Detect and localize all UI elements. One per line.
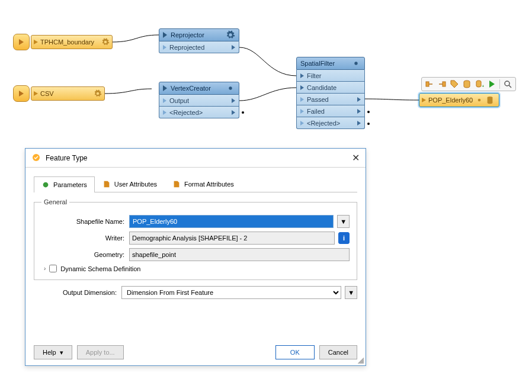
geometry-select[interactable]: shapefile_point [129, 248, 350, 261]
transformer-title: SpatialFilter [300, 60, 335, 67]
tag-icon[interactable] [450, 79, 459, 89]
port-rejected[interactable]: <Rejected> [159, 107, 239, 118]
transformer-vertexcreator[interactable]: VertexCreator Output <Rejected> [159, 82, 239, 118]
tab-parameters[interactable]: Parameters [34, 176, 95, 192]
chevron-right-icon: › [44, 265, 46, 272]
port-output[interactable]: Output [159, 95, 239, 107]
writer-select[interactable]: Demographic Analysis [SHAPEFILE] - 2 [129, 232, 335, 245]
dynamic-schema-label: Dynamic Schema Definition [60, 265, 140, 272]
dialog-icon [31, 153, 41, 163]
gear-icon[interactable] [94, 89, 102, 98]
attr-icon [172, 180, 181, 188]
port-icon [163, 98, 166, 103]
node-toolbar: + [421, 77, 516, 91]
svg-point-5 [505, 81, 509, 86]
connect-icon-2[interactable] [437, 79, 447, 89]
help-button[interactable]: Help ▾ [34, 345, 72, 359]
dialog-titlebar[interactable]: Feature Type ✕ [25, 149, 366, 168]
dialog-title: Feature Type [46, 154, 88, 162]
tab-bar: Parameters User Attributes Format Attrib… [34, 176, 357, 192]
reader-csv[interactable]: CSV [31, 86, 105, 101]
port-candidate[interactable]: Candidate [296, 82, 365, 94]
apply-to-button[interactable]: Apply to... [77, 345, 124, 359]
run-icon[interactable] [487, 79, 496, 89]
fieldset-legend: General [41, 198, 69, 205]
transformer-spatialfilter[interactable]: SpatialFilter Filter Candidate Passed Fa… [296, 57, 365, 129]
connect-icon[interactable] [425, 79, 434, 89]
resize-grip[interactable] [358, 358, 364, 364]
transformer-title: Reprojector [171, 31, 204, 38]
writer-pop-elderly60[interactable]: POP_Elderly60 [419, 93, 499, 107]
options-dropdown-button[interactable]: ▼ [345, 286, 357, 299]
gear-icon[interactable] [226, 83, 235, 93]
close-icon[interactable]: ✕ [352, 152, 360, 163]
inspect-icon[interactable] [503, 79, 512, 89]
label-output-dimension: Output Dimension: [34, 289, 117, 296]
input-port-icon[interactable] [163, 32, 167, 38]
terminator-dot [367, 111, 370, 113]
input-port-icon [422, 98, 426, 102]
writer-label: POP_Elderly60 [428, 97, 473, 104]
output-handle[interactable] [232, 110, 235, 115]
general-fieldset: General Shapefile Name: ▼ Writer: Demogr… [34, 198, 357, 280]
dynamic-schema-checkbox[interactable] [49, 265, 57, 272]
reader-tphcm-label: TPHCM_boundary [40, 38, 94, 46]
info-button[interactable]: i [338, 232, 350, 244]
port-icon [300, 85, 304, 90]
dataset-icon[interactable] [462, 79, 472, 89]
gear-icon[interactable] [101, 38, 110, 46]
dynamic-schema-row[interactable]: › Dynamic Schema Definition [44, 265, 350, 272]
svg-rect-1 [443, 82, 446, 86]
ok-button[interactable]: OK [275, 345, 315, 359]
svg-point-8 [43, 182, 49, 188]
port-icon [300, 97, 304, 102]
port-reprojected[interactable]: Reprojected [159, 41, 239, 53]
gear-icon[interactable] [351, 59, 361, 68]
port-icon [300, 73, 304, 78]
shapefile-name-input[interactable] [129, 215, 334, 228]
terminator-dot [242, 111, 244, 114]
label-geometry: Geometry: [41, 251, 124, 258]
output-dimension-select[interactable]: Dimension From First Feature [121, 286, 341, 299]
cancel-button[interactable]: Cancel [319, 345, 357, 359]
label-shapefile-name: Shapefile Name: [41, 218, 124, 225]
dataset-add-icon[interactable]: + [475, 79, 484, 89]
port-filter[interactable]: Filter [296, 70, 365, 82]
reader-csv-label: CSV [40, 90, 54, 97]
output-port-icon [34, 40, 38, 44]
label-writer: Writer: [41, 234, 124, 242]
output-port-icon [34, 91, 38, 96]
output-handle[interactable] [357, 121, 361, 126]
tab-format-attributes[interactable]: Format Attributes [165, 176, 242, 192]
terminator-dot [367, 123, 370, 125]
reader-tphcm[interactable]: TPHCM_boundary [31, 35, 113, 49]
output-handle[interactable] [232, 45, 235, 50]
input-port-icon[interactable] [163, 85, 167, 91]
output-handle[interactable] [357, 109, 361, 114]
gear-icon [41, 181, 50, 189]
gear-icon[interactable] [475, 96, 483, 104]
feature-type-dialog: Feature Type ✕ Parameters User Attribute… [25, 148, 366, 366]
separator [499, 79, 500, 89]
transformer-title: VertexCreator [171, 85, 211, 92]
transformer-reprojector[interactable]: Reprojector Reprojected [159, 28, 239, 53]
tab-user-attributes[interactable]: User Attributes [95, 176, 165, 192]
reader-badge-csv[interactable] [13, 85, 30, 102]
port-icon [300, 109, 304, 114]
port-icon [163, 45, 166, 50]
output-handle[interactable] [357, 97, 361, 102]
attr-icon [102, 180, 111, 188]
reader-badge-tphcm[interactable] [13, 34, 30, 50]
svg-text:+: + [482, 83, 484, 89]
gear-icon[interactable] [226, 30, 235, 40]
port-failed[interactable]: Failed [296, 105, 365, 117]
port-rejected[interactable]: <Rejected> [296, 117, 365, 129]
options-dropdown-button[interactable]: ▼ [337, 215, 350, 228]
port-passed[interactable]: Passed [296, 94, 365, 105]
output-handle[interactable] [232, 98, 235, 103]
svg-rect-0 [426, 82, 429, 86]
db-icon[interactable] [486, 96, 494, 104]
port-icon [300, 121, 304, 126]
port-icon [163, 110, 166, 115]
